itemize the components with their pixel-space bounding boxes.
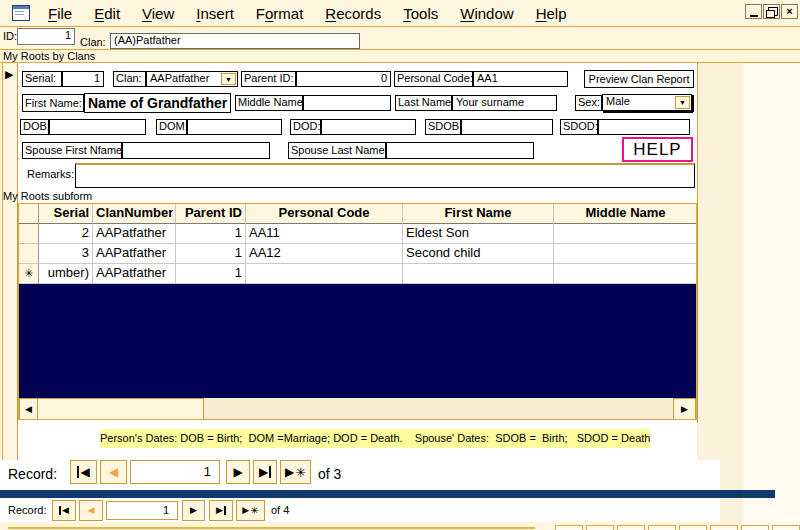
menu-window[interactable]: Window <box>449 5 524 22</box>
sex-combobox-value: Male <box>606 95 630 107</box>
row-selector[interactable] <box>19 224 39 244</box>
row-selector[interactable] <box>19 244 39 264</box>
scroll-left-icon: ◀ <box>25 405 32 414</box>
new-record-button[interactable]: ▶✳ <box>236 500 265 521</box>
menu-records[interactable]: Records <box>314 5 392 22</box>
close-button[interactable]: × <box>781 4 798 19</box>
cell[interactable]: 1 <box>176 224 246 244</box>
menu-tools[interactable]: Tools <box>392 5 449 22</box>
clan-combobox[interactable]: AAPatfather ▼ <box>146 71 238 87</box>
sdod-field[interactable] <box>598 119 690 135</box>
divider <box>8 527 535 529</box>
sex-label: Sex: <box>575 95 602 111</box>
help-button[interactable]: HELP <box>622 137 693 162</box>
parent-id-field[interactable]: 0 <box>296 71 391 87</box>
column-header-middle-name[interactable]: Middle Name <box>554 204 697 224</box>
cell[interactable]: 2 <box>39 224 93 244</box>
next-record-icon: ▶ <box>190 506 197 515</box>
remarks-label: Remarks: <box>27 167 74 181</box>
scroll-right-button[interactable]: ▶ <box>673 398 696 420</box>
cell[interactable]: Eldest Son <box>403 224 554 244</box>
menu-view[interactable]: View <box>131 5 185 22</box>
sdob-field[interactable] <box>461 119 553 135</box>
restore-button[interactable] <box>763 4 780 19</box>
preview-clan-report-button[interactable]: Preview Clan Report <box>584 70 694 88</box>
new-record-selector[interactable]: ✳ <box>19 264 39 284</box>
middle-name-field[interactable] <box>303 95 391 111</box>
cell[interactable] <box>554 224 697 244</box>
dod-label: DOD: <box>290 119 321 135</box>
personal-code-field[interactable]: AA1 <box>473 71 568 87</box>
spouse-last-name-field[interactable] <box>386 142 534 159</box>
clan-field[interactable]: (AA)Patfather <box>110 33 360 49</box>
remarks-field[interactable] <box>75 163 695 188</box>
cell[interactable] <box>246 264 403 284</box>
menu-insert[interactable]: Insert <box>185 5 245 22</box>
sdod-label: SDOD: <box>560 119 598 135</box>
cell[interactable]: 1 <box>176 244 246 264</box>
column-header-clannumber[interactable]: ClanNumber <box>93 204 176 224</box>
menu-edit[interactable]: Edit <box>83 5 131 22</box>
scroll-left-button[interactable]: ◀ <box>19 398 38 420</box>
divider <box>697 63 698 423</box>
first-name-label: First Name: <box>22 94 84 112</box>
dob-field[interactable] <box>49 119 146 135</box>
cell[interactable]: AA11 <box>246 224 403 244</box>
cell[interactable]: umber) <box>39 264 93 284</box>
column-header-parent-id[interactable]: Parent ID <box>176 204 246 224</box>
new-record-icon: ▶ <box>285 466 294 478</box>
cell[interactable]: AA12 <box>246 244 403 264</box>
subform-record-count: of 3 <box>318 466 341 482</box>
spouse-first-name-label: Spouse First Nfame <box>22 142 122 159</box>
first-record-icon <box>59 506 61 515</box>
sex-combobox[interactable]: Male ▼ <box>602 94 692 111</box>
sdob-label: SDOB: <box>425 119 461 135</box>
next-record-button[interactable]: ▶ <box>182 500 205 521</box>
column-header-personal-code[interactable]: Personal Code <box>246 204 403 224</box>
menu-bar: FileEditViewInsertFormatRecordsToolsWind… <box>0 0 800 27</box>
serial-field[interactable]: 1 <box>62 71 104 87</box>
next-record-button[interactable]: ▶ <box>226 460 250 484</box>
previous-record-button[interactable]: ◀ <box>79 500 103 521</box>
spouse-first-name-field[interactable] <box>122 142 270 159</box>
cell[interactable]: AAPatfather <box>93 244 176 264</box>
column-header-serial[interactable]: Serial <box>39 204 93 224</box>
dom-field[interactable] <box>187 119 282 135</box>
first-record-button[interactable]: ◀ <box>70 460 97 484</box>
subform-record-number-field[interactable]: 1 <box>130 460 220 484</box>
cell[interactable]: 3 <box>39 244 93 264</box>
spouse-last-name-label: Spouse Last Name: <box>288 142 386 159</box>
menubar-items: FileEditViewInsertFormatRecordsToolsWind… <box>37 5 578 22</box>
cell[interactable]: AAPatfather <box>93 224 176 244</box>
horizontal-scrollbar[interactable]: ◀ ▶ <box>19 398 696 420</box>
cell[interactable] <box>554 244 697 264</box>
id-field[interactable]: 1 <box>17 28 75 45</box>
cell[interactable]: 1 <box>176 264 246 284</box>
menu-help[interactable]: Help <box>525 5 578 22</box>
chevron-down-icon[interactable]: ▼ <box>675 96 690 109</box>
datasheet-empty-area <box>19 284 696 398</box>
cell[interactable] <box>554 264 697 284</box>
last-record-button[interactable]: ▶ <box>253 460 277 484</box>
scrollbar-thumb[interactable] <box>37 398 204 420</box>
last-record-button[interactable]: ▶ <box>209 500 233 521</box>
dod-field[interactable] <box>321 119 416 135</box>
record-selector-column[interactable]: ▶ <box>2 63 18 460</box>
cell[interactable]: Second child <box>403 244 554 264</box>
cell[interactable] <box>403 264 554 284</box>
select-all-cell[interactable] <box>19 204 39 224</box>
last-name-field[interactable]: Your surname <box>452 95 557 111</box>
cell[interactable]: AAPatfather <box>93 264 176 284</box>
previous-record-button[interactable]: ◀ <box>100 460 127 484</box>
first-record-button[interactable]: ◀ <box>52 500 76 521</box>
minimize-button[interactable] <box>745 4 762 19</box>
first-name-field[interactable]: Name of Grandfather <box>84 93 231 113</box>
close-icon: × <box>786 6 792 17</box>
column-header-first-name[interactable]: First Name <box>403 204 554 224</box>
new-record-button[interactable]: ▶✳ <box>280 460 311 484</box>
menu-file[interactable]: File <box>37 5 83 22</box>
menu-format[interactable]: Format <box>245 5 315 22</box>
main-record-number-field[interactable]: 1 <box>106 501 178 520</box>
chevron-down-icon[interactable]: ▼ <box>221 73 236 85</box>
clan-combo-label: Clan: <box>113 71 146 87</box>
